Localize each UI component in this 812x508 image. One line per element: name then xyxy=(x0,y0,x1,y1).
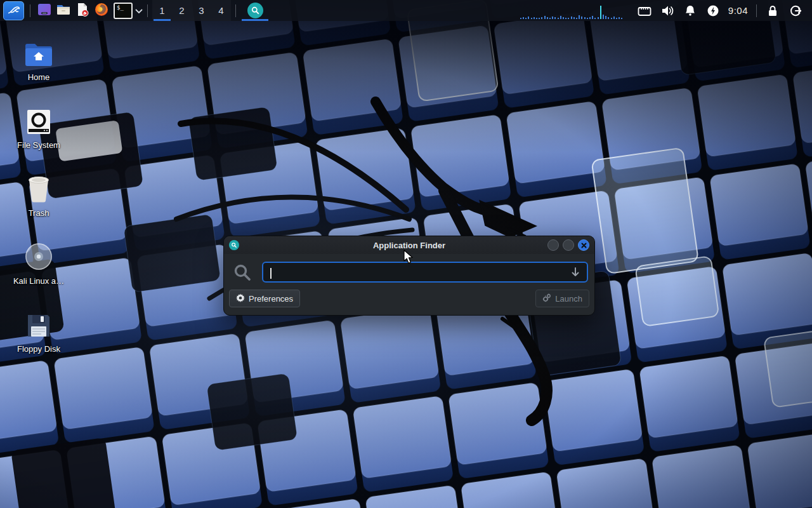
clock[interactable]: 9:04 xyxy=(728,5,748,16)
power-manager-icon[interactable] xyxy=(705,3,721,18)
preferences-label: Preferences xyxy=(249,294,293,304)
network-icon[interactable] xyxy=(637,3,652,18)
taskbar-app-finder-button[interactable] xyxy=(240,0,270,21)
desktop-icon-label: Home xyxy=(28,72,50,82)
search-icon xyxy=(232,263,253,282)
volume-icon[interactable] xyxy=(660,3,675,18)
desktop-icon-kali-cd[interactable]: Kali Linux a… xyxy=(10,236,67,304)
workspace-2-label: 2 xyxy=(179,5,184,16)
desktop-settings-launcher[interactable] xyxy=(35,0,54,21)
workspace-2-button[interactable]: 2 xyxy=(172,0,192,21)
notifications-icon[interactable] xyxy=(683,3,698,18)
workspace-4-button[interactable]: 4 xyxy=(211,0,231,21)
floppy-disk-icon xyxy=(25,304,52,339)
desktop-icon-label: File System xyxy=(17,140,60,150)
workspace-1-label: 1 xyxy=(159,5,164,16)
launch-label: Launch xyxy=(555,294,582,304)
window-title: Application Finder xyxy=(224,241,594,250)
workspace-3-label: 3 xyxy=(199,5,204,16)
app-finder-icon xyxy=(247,3,263,18)
text-editor-launcher[interactable] xyxy=(73,0,92,21)
home-folder-icon xyxy=(24,32,53,67)
close-icon xyxy=(581,243,587,248)
workspace-active-indicator xyxy=(154,19,171,21)
logout-icon[interactable] xyxy=(788,3,803,18)
workspace-1-button[interactable]: 1 xyxy=(152,0,172,21)
desktop-icon-filesystem[interactable]: File System xyxy=(10,100,67,168)
terminal-launcher[interactable]: $_ xyxy=(114,0,143,21)
arrow-down-icon[interactable] xyxy=(570,267,580,281)
panel-separator xyxy=(235,4,236,17)
file-manager-launcher[interactable] xyxy=(54,0,73,21)
desktop-icon-label: Floppy Disk xyxy=(17,344,60,354)
close-button[interactable] xyxy=(578,239,589,251)
kali-menu-button[interactable] xyxy=(3,1,24,20)
workspace-4-label: 4 xyxy=(218,5,223,16)
desktop-icon-label: Trash xyxy=(29,208,49,218)
panel-separator xyxy=(756,4,757,17)
desktop-icon-home[interactable]: Home xyxy=(10,32,67,100)
maximize-button[interactable] xyxy=(563,239,574,251)
gear-icon xyxy=(236,293,245,304)
search-input[interactable] xyxy=(263,263,587,281)
minimize-button[interactable] xyxy=(547,239,559,251)
file-manager-icon xyxy=(56,2,71,20)
firefox-launcher[interactable] xyxy=(92,0,111,21)
chevron-down-icon[interactable] xyxy=(135,5,143,17)
trash-icon xyxy=(25,168,52,203)
firefox-icon xyxy=(94,2,109,20)
terminal-prompt-text: $_ xyxy=(117,5,124,11)
application-finder-window: Application Finder xyxy=(223,236,595,316)
desktop-icon-label: Kali Linux a… xyxy=(13,276,64,286)
desktop-icon-trash[interactable]: Trash xyxy=(10,168,67,236)
desktop-settings-icon xyxy=(37,2,52,20)
launch-button[interactable]: Launch xyxy=(535,290,589,307)
text-caret xyxy=(270,268,272,279)
terminal-icon: $_ xyxy=(114,3,133,19)
launch-gears-icon xyxy=(542,293,551,304)
panel-separator xyxy=(147,4,148,17)
top-panel: $_ 1 2 3 4 xyxy=(0,0,812,21)
desktop-icon-column: Home File System Trash xyxy=(10,32,67,371)
mouse-cursor xyxy=(403,250,415,267)
taskbar-active-indicator xyxy=(242,19,268,21)
workspace-3-button[interactable]: 3 xyxy=(192,0,211,21)
screen-lock-icon[interactable] xyxy=(765,3,780,18)
app-finder-icon xyxy=(229,240,239,250)
cd-disc-icon xyxy=(24,236,53,271)
system-monitor-graph[interactable] xyxy=(520,1,627,20)
kali-menu-icon xyxy=(7,3,21,19)
filesystem-drive-icon xyxy=(25,100,52,135)
text-editor-icon xyxy=(75,2,90,20)
search-field xyxy=(262,262,588,283)
preferences-button[interactable]: Preferences xyxy=(229,290,300,307)
desktop-icon-floppy[interactable]: Floppy Disk xyxy=(10,304,67,371)
desktop-root: $_ 1 2 3 4 xyxy=(0,0,812,508)
panel-separator xyxy=(30,4,30,17)
